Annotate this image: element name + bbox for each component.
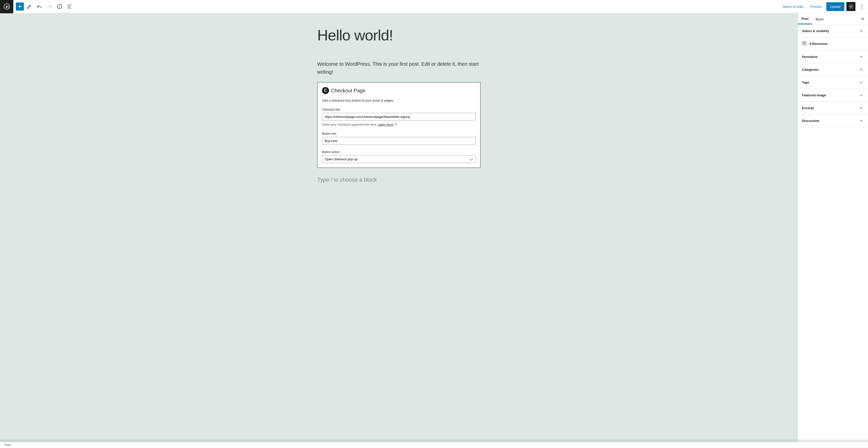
details-button[interactable] xyxy=(55,2,64,11)
button-text-input[interactable] xyxy=(322,137,476,145)
block-description: Add a checkout buy button to your posts … xyxy=(322,99,476,102)
button-text-label: Button text xyxy=(322,132,476,135)
button-action-select[interactable]: Open checkout pop up xyxy=(322,155,476,163)
svg-point-3 xyxy=(862,4,862,5)
update-button[interactable]: Update xyxy=(826,2,844,11)
revisions-link[interactable]: 9 Revisions xyxy=(798,37,868,50)
checkout-link-help: Paste your checkout's payment link here.… xyxy=(322,123,476,127)
panel-discussion[interactable]: Discussion xyxy=(798,114,868,127)
settings-sidebar: Post Block Status & visibility 9 Revisio… xyxy=(798,13,868,448)
chevron-down-icon xyxy=(859,28,864,34)
revisions-label: 9 Revisions xyxy=(809,42,828,46)
panel-categories[interactable]: Categories xyxy=(798,63,868,76)
svg-point-2 xyxy=(850,6,852,7)
chevron-down-icon xyxy=(859,118,864,124)
panel-featured-image[interactable]: Featured image xyxy=(798,89,868,102)
checkout-page-icon: C xyxy=(322,87,329,94)
status-bar: Post xyxy=(0,442,868,448)
chevron-down-icon xyxy=(859,92,864,98)
wordpress-logo[interactable] xyxy=(0,0,13,13)
panel-status-visibility[interactable]: Status & visibility xyxy=(798,25,868,37)
options-button[interactable] xyxy=(858,2,867,11)
svg-point-5 xyxy=(862,8,862,8)
chevron-down-icon xyxy=(859,79,864,85)
add-block-button[interactable] xyxy=(16,2,24,10)
learn-more-link[interactable]: Learn more xyxy=(378,123,393,127)
preview-button[interactable]: Preview xyxy=(808,3,824,10)
breadcrumb[interactable]: Post xyxy=(4,443,10,447)
block-appender[interactable]: Type / to choose a block xyxy=(317,177,480,183)
button-action-label: Button action xyxy=(322,150,476,154)
editor-canvas[interactable]: Hello world! Welcome to WordPress. This … xyxy=(0,13,798,448)
top-toolbar: Switch to draft Preview Update xyxy=(0,0,868,13)
panel-tags[interactable]: Tags xyxy=(798,76,868,89)
undo-button[interactable] xyxy=(35,2,44,11)
external-link-icon xyxy=(394,123,397,127)
post-paragraph[interactable]: Welcome to WordPress. This is your first… xyxy=(317,60,480,76)
close-sidebar-button[interactable] xyxy=(859,15,867,23)
panel-excerpt[interactable]: Excerpt xyxy=(798,102,868,114)
checkout-page-block[interactable]: C Checkout Page Add a checkout buy butto… xyxy=(317,82,480,168)
checkout-link-input[interactable] xyxy=(322,113,476,120)
post-title[interactable]: Hello world! xyxy=(317,27,480,44)
outline-button[interactable] xyxy=(65,2,74,11)
checkout-link-label: Checkout link xyxy=(322,108,476,111)
panel-permalink[interactable]: Permalink xyxy=(798,50,868,63)
settings-button[interactable] xyxy=(846,2,856,11)
block-title: Checkout Page xyxy=(331,88,366,94)
chevron-down-icon xyxy=(859,67,864,72)
redo-button[interactable] xyxy=(45,2,54,11)
chevron-down-icon xyxy=(859,54,864,60)
svg-point-4 xyxy=(862,6,862,7)
tab-post[interactable]: Post xyxy=(798,13,812,24)
history-icon xyxy=(802,41,807,47)
chevron-down-icon xyxy=(859,105,864,111)
tab-block[interactable]: Block xyxy=(812,14,827,24)
edit-mode-button[interactable] xyxy=(25,2,34,11)
switch-to-draft-button[interactable]: Switch to draft xyxy=(780,3,805,10)
